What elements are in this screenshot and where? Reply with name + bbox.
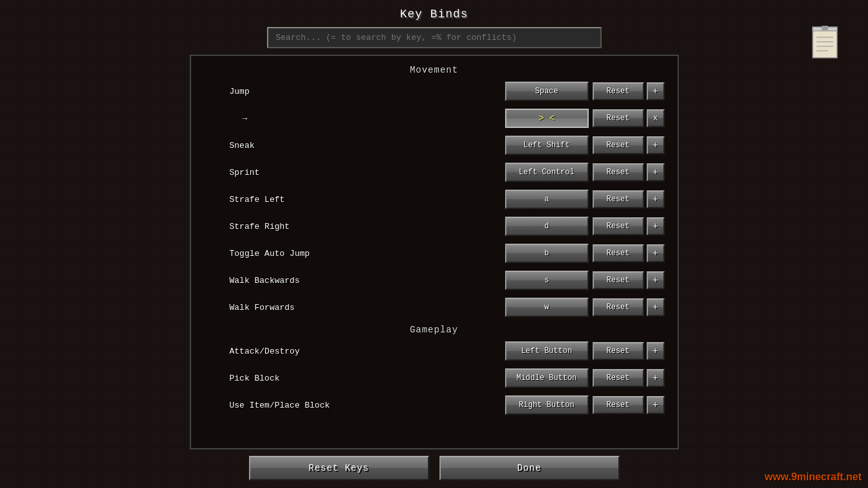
key-buttons-group: Right ButtonReset+: [505, 395, 665, 415]
add-binding-button[interactable]: +: [647, 369, 665, 387]
remove-binding-button[interactable]: x: [647, 109, 665, 127]
add-binding-button[interactable]: +: [647, 82, 665, 100]
keybind-label: Attack/Destroy: [230, 347, 505, 356]
key-buttons-group: SpaceReset+: [505, 82, 665, 101]
svg-rect-6: [822, 26, 828, 30]
keybind-label: Walk Backwards: [230, 276, 505, 285]
key-binding-button[interactable]: > <: [505, 109, 589, 128]
keybind-label: →: [230, 114, 505, 123]
keybinds-panel: MovementJumpSpaceReset+→> <ResetxSneakLe…: [190, 55, 679, 449]
keybind-row: Walk BackwardssReset+: [191, 267, 678, 294]
key-binding-button[interactable]: Left Shift: [505, 136, 589, 155]
add-binding-button[interactable]: +: [647, 396, 665, 414]
reset-binding-button[interactable]: Reset: [593, 244, 644, 262]
keybind-label: Walk Forwards: [230, 303, 505, 312]
search-input[interactable]: [267, 27, 602, 48]
keybind-label: Strafe Right: [230, 222, 505, 231]
key-binding-button[interactable]: Left Control: [505, 163, 589, 182]
keybind-row: Attack/DestroyLeft ButtonReset+: [191, 338, 678, 365]
key-binding-button[interactable]: a: [505, 190, 589, 209]
key-binding-button[interactable]: Left Button: [505, 341, 589, 361]
add-binding-button[interactable]: +: [647, 271, 665, 289]
reset-keys-button[interactable]: Reset Keys: [249, 456, 429, 480]
chevron-symbols: > <: [539, 113, 555, 123]
key-binding-button[interactable]: w: [505, 298, 589, 317]
key-buttons-group: > <Resetx: [505, 109, 665, 128]
watermark: www.9minecraft.net: [764, 471, 862, 483]
key-binding-button[interactable]: Middle Button: [505, 368, 589, 388]
keybind-row: Use Item/Place BlockRight ButtonReset+: [191, 392, 678, 419]
keybind-label: Toggle Auto Jump: [230, 249, 505, 258]
key-buttons-group: aReset+: [505, 190, 665, 209]
reset-binding-button[interactable]: Reset: [593, 271, 644, 289]
keybind-row: Pick BlockMiddle ButtonReset+: [191, 365, 678, 392]
keybind-row: SprintLeft ControlReset+: [191, 159, 678, 186]
add-binding-button[interactable]: +: [647, 136, 665, 154]
key-binding-button[interactable]: Right Button: [505, 395, 589, 415]
reset-binding-button[interactable]: Reset: [593, 109, 644, 127]
page-title: Key Binds: [400, 8, 468, 21]
reset-binding-button[interactable]: Reset: [593, 190, 644, 208]
add-binding-button[interactable]: +: [647, 217, 665, 235]
key-buttons-group: Left ShiftReset+: [505, 136, 665, 155]
key-binding-button[interactable]: d: [505, 217, 589, 236]
key-buttons-group: bReset+: [505, 244, 665, 263]
keybind-label: Jump: [230, 87, 505, 96]
section-header-gameplay: Gameplay: [191, 321, 678, 338]
reset-binding-button[interactable]: Reset: [593, 298, 644, 316]
done-button[interactable]: Done: [439, 456, 620, 480]
add-binding-button[interactable]: +: [647, 163, 665, 181]
keybind-label: Sprint: [230, 168, 505, 177]
add-binding-button[interactable]: +: [647, 244, 665, 262]
key-binding-button[interactable]: s: [505, 271, 589, 290]
keybind-row: Toggle Auto JumpbReset+: [191, 240, 678, 267]
key-buttons-group: Left ButtonReset+: [505, 341, 665, 361]
key-buttons-group: sReset+: [505, 271, 665, 290]
keybind-label: Use Item/Place Block: [230, 401, 505, 410]
reset-binding-button[interactable]: Reset: [593, 82, 644, 100]
key-buttons-group: Middle ButtonReset+: [505, 368, 665, 388]
reset-binding-button[interactable]: Reset: [593, 369, 644, 387]
keybind-row: JumpSpaceReset+: [191, 78, 678, 105]
key-buttons-group: wReset+: [505, 298, 665, 317]
keybind-row: Strafe LeftaReset+: [191, 186, 678, 213]
add-binding-button[interactable]: +: [647, 190, 665, 208]
main-container: Key Binds MovementJumpSpaceReset+→> <Res…: [0, 0, 868, 488]
reset-binding-button[interactable]: Reset: [593, 217, 644, 235]
reset-binding-button[interactable]: Reset: [593, 396, 644, 414]
svg-rect-0: [813, 27, 837, 58]
notepad-icon: [810, 26, 842, 61]
key-buttons-group: Left ControlReset+: [505, 163, 665, 182]
keybind-label: Strafe Left: [230, 195, 505, 204]
add-binding-button[interactable]: +: [647, 342, 665, 360]
keybind-label: Pick Block: [230, 374, 505, 383]
key-binding-button[interactable]: Space: [505, 82, 589, 101]
bottom-buttons: Reset Keys Done: [249, 456, 620, 480]
section-header-movement: Movement: [191, 61, 678, 78]
add-binding-button[interactable]: +: [647, 298, 665, 316]
keybind-row: SneakLeft ShiftReset+: [191, 132, 678, 159]
reset-binding-button[interactable]: Reset: [593, 342, 644, 360]
keybind-row: Strafe RightdReset+: [191, 213, 678, 240]
keybind-row: →> <Resetx: [191, 105, 678, 132]
keybind-row: Walk ForwardswReset+: [191, 294, 678, 321]
keybind-label: Sneak: [230, 141, 505, 150]
reset-binding-button[interactable]: Reset: [593, 136, 644, 154]
key-buttons-group: dReset+: [505, 217, 665, 236]
reset-binding-button[interactable]: Reset: [593, 163, 644, 181]
key-binding-button[interactable]: b: [505, 244, 589, 263]
